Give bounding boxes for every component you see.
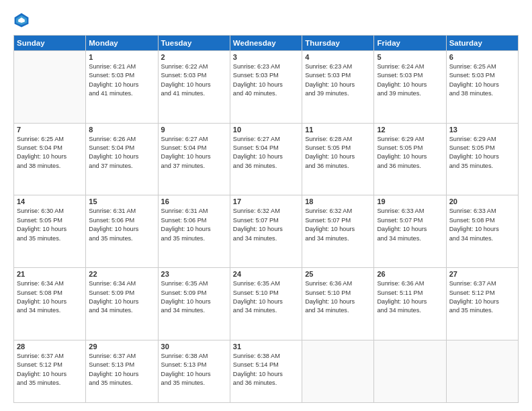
day-number: 27 xyxy=(449,270,515,278)
day-number: 14 xyxy=(17,197,83,205)
day-number: 16 xyxy=(161,197,227,205)
day-info: Sunrise: 6:29 AM Sunset: 5:05 PM Dayligh… xyxy=(449,135,515,171)
day-number: 19 xyxy=(377,197,443,205)
day-number: 4 xyxy=(305,53,371,61)
header xyxy=(13,12,519,28)
week-row-3: 14Sunrise: 6:30 AM Sunset: 5:05 PM Dayli… xyxy=(14,195,519,268)
day-number: 22 xyxy=(89,270,154,278)
day-cell: 2Sunrise: 6:22 AM Sunset: 5:03 PM Daylig… xyxy=(158,51,230,124)
day-number: 5 xyxy=(377,53,443,61)
day-cell: 14Sunrise: 6:30 AM Sunset: 5:05 PM Dayli… xyxy=(14,195,86,268)
day-number: 21 xyxy=(17,270,83,278)
day-cell: 21Sunrise: 6:34 AM Sunset: 5:08 PM Dayli… xyxy=(14,268,86,340)
weekday-header-row: SundayMondayTuesdayWednesdayThursdayFrid… xyxy=(14,36,519,51)
day-number: 6 xyxy=(449,53,515,61)
page: SundayMondayTuesdayWednesdayThursdayFrid… xyxy=(0,0,532,411)
day-number: 25 xyxy=(305,270,371,278)
day-number: 28 xyxy=(17,342,83,351)
day-info: Sunrise: 6:28 AM Sunset: 5:05 PM Dayligh… xyxy=(305,135,371,171)
day-cell: 30Sunrise: 6:38 AM Sunset: 5:13 PM Dayli… xyxy=(158,340,230,402)
day-cell: 7Sunrise: 6:25 AM Sunset: 5:04 PM Daylig… xyxy=(14,123,86,195)
day-number: 29 xyxy=(89,342,154,351)
day-cell: 13Sunrise: 6:29 AM Sunset: 5:05 PM Dayli… xyxy=(446,123,518,195)
day-info: Sunrise: 6:27 AM Sunset: 5:04 PM Dayligh… xyxy=(161,135,227,171)
day-info: Sunrise: 6:22 AM Sunset: 5:03 PM Dayligh… xyxy=(161,62,227,98)
day-info: Sunrise: 6:32 AM Sunset: 5:07 PM Dayligh… xyxy=(305,207,371,242)
day-cell xyxy=(14,51,86,124)
day-cell: 29Sunrise: 6:37 AM Sunset: 5:13 PM Dayli… xyxy=(86,340,158,402)
day-cell: 12Sunrise: 6:29 AM Sunset: 5:05 PM Dayli… xyxy=(374,123,446,195)
day-info: Sunrise: 6:38 AM Sunset: 5:13 PM Dayligh… xyxy=(161,352,227,387)
day-number: 23 xyxy=(161,270,227,278)
day-cell: 31Sunrise: 6:38 AM Sunset: 5:14 PM Dayli… xyxy=(230,340,302,402)
weekday-saturday: Saturday xyxy=(446,36,518,51)
day-cell: 9Sunrise: 6:27 AM Sunset: 5:04 PM Daylig… xyxy=(158,123,230,195)
day-number: 11 xyxy=(305,126,371,134)
weekday-sunday: Sunday xyxy=(14,36,86,51)
day-number: 3 xyxy=(233,53,299,61)
day-number: 2 xyxy=(161,53,227,61)
day-info: Sunrise: 6:37 AM Sunset: 5:13 PM Dayligh… xyxy=(89,352,154,387)
day-cell xyxy=(446,340,518,402)
day-number: 24 xyxy=(233,270,299,278)
day-info: Sunrise: 6:24 AM Sunset: 5:03 PM Dayligh… xyxy=(377,62,443,98)
day-cell: 3Sunrise: 6:23 AM Sunset: 5:03 PM Daylig… xyxy=(230,51,302,124)
day-cell: 10Sunrise: 6:27 AM Sunset: 5:04 PM Dayli… xyxy=(230,123,302,195)
logo xyxy=(13,12,32,28)
day-info: Sunrise: 6:26 AM Sunset: 5:04 PM Dayligh… xyxy=(89,135,154,171)
day-cell: 19Sunrise: 6:33 AM Sunset: 5:07 PM Dayli… xyxy=(374,195,446,268)
day-cell: 27Sunrise: 6:37 AM Sunset: 5:12 PM Dayli… xyxy=(446,268,518,340)
day-cell xyxy=(302,340,374,402)
week-row-4: 21Sunrise: 6:34 AM Sunset: 5:08 PM Dayli… xyxy=(14,268,519,340)
logo-icon xyxy=(13,12,30,28)
day-info: Sunrise: 6:31 AM Sunset: 5:06 PM Dayligh… xyxy=(161,207,227,242)
day-info: Sunrise: 6:29 AM Sunset: 5:05 PM Dayligh… xyxy=(377,135,443,171)
day-number: 26 xyxy=(377,270,443,278)
day-cell: 6Sunrise: 6:25 AM Sunset: 5:03 PM Daylig… xyxy=(446,51,518,124)
day-info: Sunrise: 6:35 AM Sunset: 5:09 PM Dayligh… xyxy=(161,279,227,315)
weekday-wednesday: Wednesday xyxy=(230,36,302,51)
day-cell: 28Sunrise: 6:37 AM Sunset: 5:12 PM Dayli… xyxy=(14,340,86,402)
day-info: Sunrise: 6:21 AM Sunset: 5:03 PM Dayligh… xyxy=(89,62,154,98)
day-info: Sunrise: 6:23 AM Sunset: 5:03 PM Dayligh… xyxy=(233,62,299,98)
day-cell: 24Sunrise: 6:35 AM Sunset: 5:10 PM Dayli… xyxy=(230,268,302,340)
day-cell: 1Sunrise: 6:21 AM Sunset: 5:03 PM Daylig… xyxy=(86,51,158,124)
day-number: 10 xyxy=(233,126,299,134)
day-number: 12 xyxy=(377,126,443,134)
day-number: 9 xyxy=(161,126,227,134)
day-cell: 5Sunrise: 6:24 AM Sunset: 5:03 PM Daylig… xyxy=(374,51,446,124)
weekday-friday: Friday xyxy=(374,36,446,51)
day-number: 1 xyxy=(89,53,154,61)
day-number: 20 xyxy=(449,197,515,205)
day-info: Sunrise: 6:31 AM Sunset: 5:06 PM Dayligh… xyxy=(89,207,154,242)
day-info: Sunrise: 6:37 AM Sunset: 5:12 PM Dayligh… xyxy=(17,352,83,387)
day-info: Sunrise: 6:25 AM Sunset: 5:03 PM Dayligh… xyxy=(449,62,515,98)
day-cell xyxy=(374,340,446,402)
day-info: Sunrise: 6:23 AM Sunset: 5:03 PM Dayligh… xyxy=(305,62,371,98)
day-cell: 16Sunrise: 6:31 AM Sunset: 5:06 PM Dayli… xyxy=(158,195,230,268)
day-cell: 15Sunrise: 6:31 AM Sunset: 5:06 PM Dayli… xyxy=(86,195,158,268)
day-cell: 18Sunrise: 6:32 AM Sunset: 5:07 PM Dayli… xyxy=(302,195,374,268)
weekday-tuesday: Tuesday xyxy=(158,36,230,51)
day-cell: 23Sunrise: 6:35 AM Sunset: 5:09 PM Dayli… xyxy=(158,268,230,340)
day-info: Sunrise: 6:36 AM Sunset: 5:10 PM Dayligh… xyxy=(305,279,371,315)
day-info: Sunrise: 6:34 AM Sunset: 5:09 PM Dayligh… xyxy=(89,279,154,315)
day-cell: 26Sunrise: 6:36 AM Sunset: 5:11 PM Dayli… xyxy=(374,268,446,340)
day-info: Sunrise: 6:36 AM Sunset: 5:11 PM Dayligh… xyxy=(377,279,443,315)
day-cell: 20Sunrise: 6:33 AM Sunset: 5:08 PM Dayli… xyxy=(446,195,518,268)
day-cell: 8Sunrise: 6:26 AM Sunset: 5:04 PM Daylig… xyxy=(86,123,158,195)
day-number: 17 xyxy=(233,197,299,205)
day-info: Sunrise: 6:33 AM Sunset: 5:07 PM Dayligh… xyxy=(377,207,443,242)
day-cell: 17Sunrise: 6:32 AM Sunset: 5:07 PM Dayli… xyxy=(230,195,302,268)
day-number: 7 xyxy=(17,126,83,134)
day-number: 13 xyxy=(449,126,515,134)
week-row-2: 7Sunrise: 6:25 AM Sunset: 5:04 PM Daylig… xyxy=(14,123,519,195)
day-cell: 4Sunrise: 6:23 AM Sunset: 5:03 PM Daylig… xyxy=(302,51,374,124)
day-info: Sunrise: 6:25 AM Sunset: 5:04 PM Dayligh… xyxy=(17,135,83,171)
day-number: 31 xyxy=(233,342,299,351)
day-cell: 25Sunrise: 6:36 AM Sunset: 5:10 PM Dayli… xyxy=(302,268,374,340)
calendar: SundayMondayTuesdayWednesdayThursdayFrid… xyxy=(13,35,519,403)
day-info: Sunrise: 6:33 AM Sunset: 5:08 PM Dayligh… xyxy=(449,207,515,242)
day-cell: 11Sunrise: 6:28 AM Sunset: 5:05 PM Dayli… xyxy=(302,123,374,195)
day-info: Sunrise: 6:34 AM Sunset: 5:08 PM Dayligh… xyxy=(17,279,83,315)
